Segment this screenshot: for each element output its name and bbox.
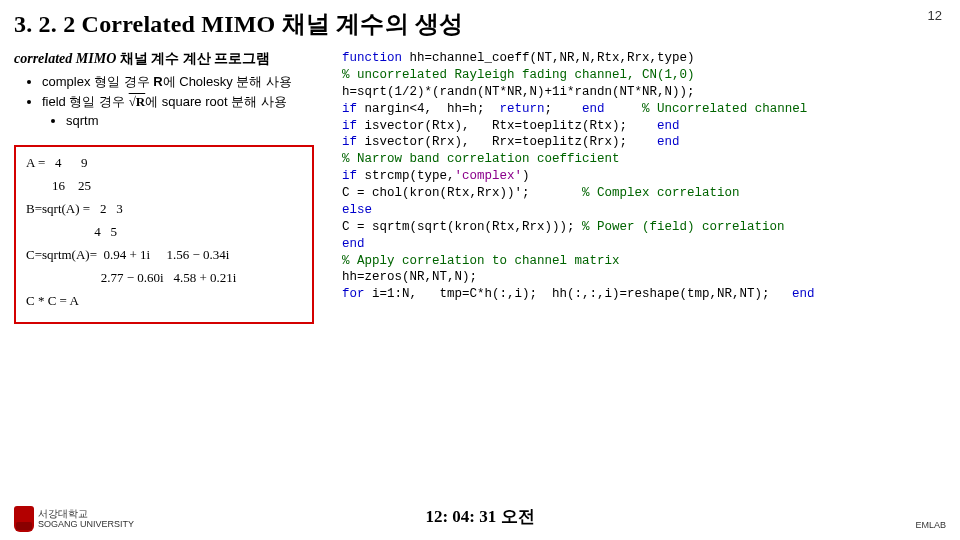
b2-pre: field 형일 경우 xyxy=(42,94,129,109)
b1-post: 에 Cholesky 분해 사용 xyxy=(163,74,292,89)
section-number: 3. 2. 2 xyxy=(14,11,75,37)
slide-header: 3. 2. 2 Correlated MIMO 채널 계수의 생성 xyxy=(0,0,960,44)
title-en: Correlated MIMO xyxy=(82,11,276,37)
uni-en: SOGANG UNIVERSITY xyxy=(38,520,134,529)
title-kr: 채널 계수의 생성 xyxy=(282,11,464,37)
code-block: function hh=channel_coeff(NT,NR,N,Rtx,Rr… xyxy=(342,50,946,303)
code-column: function hh=channel_coeff(NT,NR,N,Rtx,Rr… xyxy=(336,50,946,324)
page-title: 3. 2. 2 Correlated MIMO 채널 계수의 생성 xyxy=(14,8,463,40)
m-l3b: 2.77 − 0.60i 4.58 + 0.21i xyxy=(26,268,302,288)
b1-bold: R xyxy=(153,74,162,89)
uni-kr: 서강대학교 xyxy=(38,509,134,520)
subheading-pre: correlated MIMO xyxy=(14,51,116,66)
timestamp: 12: 04: 31 오전 xyxy=(425,505,534,528)
subheading-post: 채널 계수 계산 프로그램 xyxy=(116,51,270,66)
b1-pre: complex 형일 경우 xyxy=(42,74,153,89)
math-example-box: A = 4 9 16 25 B=sqrt(A) = 2 3 4 5 C=sqrt… xyxy=(14,145,314,325)
b2-post: 에 square root 분해 사용 xyxy=(145,94,287,109)
lab-label: EMLAB xyxy=(915,520,946,530)
m-l2b: 4 5 xyxy=(26,222,302,242)
m-l2: B=sqrt(A) = 2 3 xyxy=(26,199,302,219)
left-column: correlated MIMO 채널 계수 계산 프로그램 complex 형일… xyxy=(14,50,336,324)
b2-sqrt: √R xyxy=(129,94,146,109)
page-number: 12 xyxy=(928,8,942,23)
subheading: correlated MIMO 채널 계수 계산 프로그램 xyxy=(14,50,336,68)
m-l1: A = 4 9 xyxy=(26,153,302,173)
m-l1b: 16 25 xyxy=(26,176,302,196)
bullet-2-sub: sqrtm xyxy=(66,111,336,131)
m-l3: C=sqrtm(A)= 0.94 + 1i 1.56 − 0.34i xyxy=(26,245,302,265)
university-name: 서강대학교 SOGANG UNIVERSITY xyxy=(38,509,134,529)
bullet-2: field 형일 경우 √R에 square root 분해 사용 sqrtm xyxy=(42,92,336,131)
shield-icon xyxy=(14,506,34,532)
bullet-1: complex 형일 경우 R에 Cholesky 분해 사용 xyxy=(42,72,336,92)
university-logo: 서강대학교 SOGANG UNIVERSITY xyxy=(14,506,134,532)
m-l4: C * C = A xyxy=(26,291,302,311)
